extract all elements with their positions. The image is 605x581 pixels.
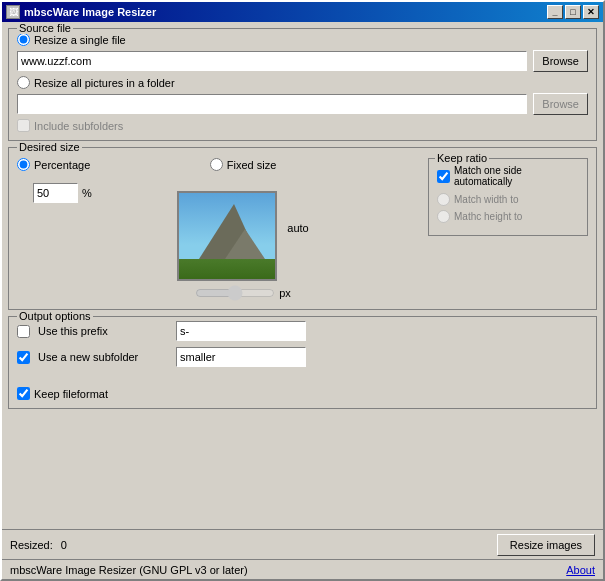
minimize-button[interactable]: _	[547, 5, 563, 19]
fixed-size-panel: Fixed size auto	[163, 158, 323, 301]
single-file-input[interactable]	[17, 51, 527, 71]
match-height-label: Mathc height to	[454, 211, 522, 222]
prefix-input[interactable]	[176, 321, 306, 341]
percentage-input-row: %	[33, 183, 157, 203]
subfolder-row: Use a new subfolder	[17, 347, 588, 367]
fixed-radio-row: Fixed size	[210, 158, 277, 171]
keep-fileformat-row: Keep fileformat	[17, 387, 588, 400]
spacer-row	[17, 373, 588, 385]
percentage-symbol: %	[82, 187, 92, 199]
single-file-row: Resize a single file	[17, 33, 588, 46]
include-subfolders-row: Include subfolders	[17, 119, 588, 132]
source-file-group: Source file Resize a single file Browse …	[8, 28, 597, 141]
match-height-row: Mathc height to	[437, 210, 579, 223]
percentage-input[interactable]	[33, 183, 78, 203]
main-window: 🖼 mbscWare Image Resizer _ □ ✕ Source fi…	[0, 0, 605, 581]
close-button[interactable]: ✕	[583, 5, 599, 19]
px-label: px	[279, 287, 291, 299]
resized-label: Resized:	[10, 539, 53, 551]
keep-fileformat-label[interactable]: Keep fileformat	[34, 388, 108, 400]
output-options-group: Output options Use this prefix Use a new…	[8, 316, 597, 409]
about-link[interactable]: About	[566, 564, 595, 576]
single-file-radio[interactable]	[17, 33, 30, 46]
browse-single-button[interactable]: Browse	[533, 50, 588, 72]
title-bar-buttons: _ □ ✕	[547, 5, 599, 19]
folder-row: Resize all pictures in a folder	[17, 76, 588, 89]
window-icon: 🖼	[6, 5, 20, 19]
window-title: mbscWare Image Resizer	[24, 6, 547, 18]
title-bar: 🖼 mbscWare Image Resizer _ □ ✕	[2, 2, 603, 22]
single-file-path-row: Browse	[17, 50, 588, 72]
match-one-side-row: Match one side automatically	[437, 165, 579, 187]
status-bar: mbscWare Image Resizer (GNU GPL v3 or la…	[2, 559, 603, 579]
bottom-bar: Resized: 0 Resize images	[2, 529, 603, 559]
auto-label: auto	[287, 222, 308, 234]
match-width-label: Match width to	[454, 194, 518, 205]
percentage-radio-row: Percentage	[17, 158, 157, 171]
status-text: mbscWare Image Resizer (GNU GPL v3 or la…	[10, 564, 248, 576]
resize-images-button[interactable]: Resize images	[497, 534, 595, 556]
use-subfolder-checkbox[interactable]	[17, 351, 30, 364]
prefix-row: Use this prefix	[17, 321, 588, 341]
keep-ratio-panel: Keep ratio Match one side automatically …	[329, 158, 588, 236]
include-subfolders-label: Include subfolders	[34, 120, 123, 132]
include-subfolders-checkbox[interactable]	[17, 119, 30, 132]
keep-ratio-group: Keep ratio Match one side automatically …	[428, 158, 588, 236]
output-options-label: Output options	[17, 310, 93, 322]
image-preview	[177, 191, 277, 281]
mountain2-shape	[225, 229, 265, 259]
keep-fileformat-checkbox[interactable]	[17, 387, 30, 400]
subfolder-input[interactable]	[176, 347, 306, 367]
fixed-size-radio[interactable]	[210, 158, 223, 171]
ground-shape	[179, 259, 275, 279]
browse-folder-button[interactable]: Browse	[533, 93, 588, 115]
px-row: px	[195, 285, 291, 301]
maximize-button[interactable]: □	[565, 5, 581, 19]
match-height-radio[interactable]	[437, 210, 450, 223]
use-prefix-checkbox[interactable]	[17, 325, 30, 338]
main-content: Source file Resize a single file Browse …	[2, 22, 603, 529]
source-file-label: Source file	[17, 22, 73, 34]
use-prefix-label[interactable]: Use this prefix	[38, 325, 168, 337]
desired-size-inner: Percentage % Fixed size	[17, 152, 588, 301]
size-slider[interactable]	[195, 285, 275, 301]
desired-size-label: Desired size	[17, 141, 82, 153]
mountain-image	[179, 193, 275, 279]
percentage-radio-label[interactable]: Percentage	[34, 159, 90, 171]
folder-input[interactable]	[17, 94, 527, 114]
desired-size-group: Desired size Percentage %	[8, 147, 597, 310]
use-subfolder-label[interactable]: Use a new subfolder	[38, 351, 168, 363]
percentage-radio[interactable]	[17, 158, 30, 171]
keep-ratio-label: Keep ratio	[435, 152, 489, 164]
fixed-size-radio-label[interactable]: Fixed size	[227, 159, 277, 171]
folder-path-row: Browse	[17, 93, 588, 115]
match-width-row: Match width to	[437, 193, 579, 206]
percentage-panel: Percentage %	[17, 158, 157, 203]
match-width-radio[interactable]	[437, 193, 450, 206]
folder-radio-label[interactable]: Resize all pictures in a folder	[34, 77, 175, 89]
match-one-side-label: Match one side automatically	[454, 165, 579, 187]
resized-count: 0	[61, 539, 81, 551]
single-file-radio-label[interactable]: Resize a single file	[34, 34, 126, 46]
match-one-side-checkbox[interactable]	[437, 170, 450, 183]
preview-auto-row: auto	[177, 175, 308, 281]
folder-radio[interactable]	[17, 76, 30, 89]
